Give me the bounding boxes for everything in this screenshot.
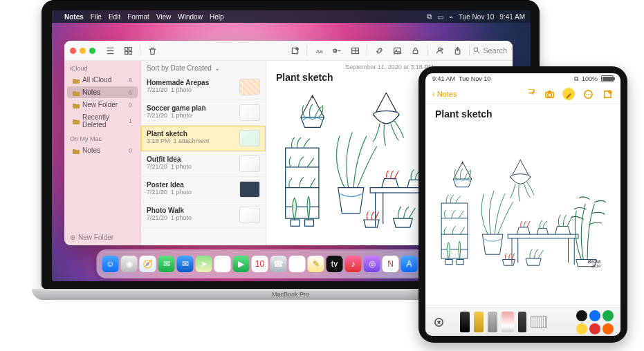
dock-safari-icon[interactable]: 🧭: [140, 256, 156, 272]
search-icon[interactable]: [472, 46, 480, 55]
menubar-time[interactable]: 9:41 AM: [499, 13, 525, 21]
color-swatch[interactable]: [589, 323, 600, 334]
sidebar-folder[interactable]: Recently Deleted1: [67, 111, 138, 131]
note-item-subtitle: 7/21/20 1 photo: [147, 112, 235, 119]
undo-button[interactable]: [524, 88, 536, 100]
svg-text:2019: 2019: [591, 264, 601, 268]
control-center-icon[interactable]: ⌁: [449, 13, 453, 21]
minimize-button[interactable]: [80, 48, 86, 54]
dock-news-icon[interactable]: N: [383, 256, 399, 272]
note-item-title: Homemade Arepas: [147, 79, 235, 86]
note-thumbnail: [239, 130, 260, 146]
grid-view-button[interactable]: [119, 44, 137, 57]
menubar-date[interactable]: Tue Nov 10: [459, 13, 494, 21]
note-list-item[interactable]: Plant sketch3:18 PM 1 attachment: [141, 126, 266, 151]
ruler-tool[interactable]: [531, 316, 547, 328]
svg-rect-42: [457, 260, 463, 265]
svg-point-34: [589, 93, 591, 95]
pencil-tool[interactable]: [488, 312, 497, 332]
airplay-icon[interactable]: ▭: [437, 13, 443, 21]
share-button[interactable]: [448, 44, 466, 57]
sidebar-folder[interactable]: All iCloud6: [67, 74, 138, 86]
note-list-item[interactable]: Photo Walk7/21/20 1 photo: [141, 202, 266, 228]
wifi-icon[interactable]: ⧉: [427, 12, 432, 21]
dock-launchpad-icon[interactable]: ◉: [121, 256, 138, 272]
dock-messages-icon[interactable]: ✉: [158, 256, 175, 272]
search-input[interactable]: Search: [483, 46, 507, 55]
sidebar-folder[interactable]: New Folder0: [67, 99, 138, 111]
note-list-item[interactable]: Poster Idea7/21/20 1 photo: [141, 177, 266, 202]
camera-button[interactable]: [543, 88, 555, 100]
eraser-tool[interactable]: [502, 312, 514, 332]
dock-tv-icon[interactable]: tv: [326, 256, 343, 272]
color-swatch[interactable]: [589, 310, 600, 321]
dock-appstore-icon[interactable]: A: [401, 256, 418, 272]
markup-button[interactable]: [562, 88, 575, 100]
menubar-item[interactable]: Edit: [109, 13, 120, 21]
folder-count: 0: [129, 102, 132, 108]
color-swatch[interactable]: [576, 323, 587, 334]
dock-finder-icon[interactable]: ☺: [102, 256, 119, 272]
close-button[interactable]: [70, 48, 76, 54]
sidebar-folder[interactable]: Notes0: [67, 144, 138, 156]
color-swatch[interactable]: [602, 323, 614, 334]
note-list-item[interactable]: Homemade Arepas7/21/20 1 photo: [141, 75, 266, 100]
ipad-note-title[interactable]: Plant sketch: [425, 104, 620, 122]
dock-music-icon[interactable]: ♪: [345, 256, 362, 272]
ipad-time: 9:41 AM: [432, 75, 455, 82]
color-swatch[interactable]: [576, 310, 587, 321]
svg-text:Becka: Becka: [588, 259, 601, 264]
folder-label: All iCloud: [82, 76, 111, 84]
new-note-button[interactable]: [601, 88, 614, 100]
svg-rect-1: [129, 47, 131, 50]
close-markup-button[interactable]: [432, 316, 445, 328]
more-button[interactable]: [582, 88, 594, 100]
checklist-button[interactable]: [328, 44, 346, 57]
note-thumbnail: [239, 181, 260, 198]
lasso-tool[interactable]: [518, 312, 526, 332]
back-button[interactable]: ‹ Notes: [432, 90, 457, 98]
svg-rect-2: [125, 51, 127, 54]
note-list-item[interactable]: Soccer game plan7/21/20 1 photo: [141, 100, 266, 126]
list-view-button[interactable]: [101, 44, 119, 57]
dock-facetime-icon[interactable]: ▶: [233, 256, 250, 272]
svg-rect-21: [305, 220, 314, 226]
dock-contacts-icon[interactable]: ☎: [270, 256, 287, 272]
delete-note-button[interactable]: [143, 44, 161, 57]
sidebar-section-header[interactable]: On My Mac: [64, 131, 140, 144]
link-button[interactable]: [370, 44, 388, 57]
folder-count: 6: [129, 77, 132, 84]
dock-maps-icon[interactable]: ➤: [196, 256, 212, 272]
dock-reminders-icon[interactable]: ≡: [289, 256, 306, 272]
menubar-item[interactable]: View: [156, 13, 172, 21]
table-button[interactable]: [346, 44, 364, 57]
menubar-item[interactable]: Help: [210, 13, 224, 21]
menubar-app-name[interactable]: Notes: [64, 13, 84, 21]
sort-dropdown[interactable]: Sort by Date Created ⌄: [141, 61, 266, 75]
dock-calendar-icon[interactable]: 10: [252, 256, 268, 272]
media-button[interactable]: [388, 44, 406, 57]
sidebar-section-header[interactable]: iCloud: [64, 61, 140, 73]
zoom-button[interactable]: [89, 48, 95, 54]
menubar-item[interactable]: File: [91, 13, 102, 21]
new-folder-button[interactable]: ⊕ New Folder: [64, 229, 140, 245]
marker-tool[interactable]: [474, 312, 484, 332]
menubar-item[interactable]: Window: [178, 13, 203, 21]
format-button[interactable]: Aa: [310, 44, 328, 57]
dock-photos-icon[interactable]: ✿: [214, 256, 231, 272]
lock-button[interactable]: [406, 44, 424, 57]
note-item-subtitle: 7/21/20 1 photo: [147, 86, 235, 93]
color-swatch[interactable]: [602, 310, 614, 321]
pen-tool[interactable]: [460, 312, 470, 332]
collaborate-button[interactable]: [430, 44, 448, 57]
chevron-down-icon: ⌄: [214, 64, 220, 72]
menubar-item[interactable]: Format: [127, 13, 149, 21]
new-note-button[interactable]: [286, 44, 304, 57]
dock-mail-icon[interactable]: ✉: [177, 256, 194, 272]
note-item-title: Soccer game plan: [147, 104, 235, 112]
dock-podcasts-icon[interactable]: ◎: [364, 256, 380, 272]
sidebar-folder[interactable]: Notes6: [67, 86, 138, 98]
note-list-item[interactable]: Outfit Idea7/21/20 1 photo: [141, 151, 266, 177]
ipad-sketch-canvas[interactable]: Becka 2019: [432, 125, 614, 303]
dock-notes-icon[interactable]: ✎: [308, 256, 324, 272]
